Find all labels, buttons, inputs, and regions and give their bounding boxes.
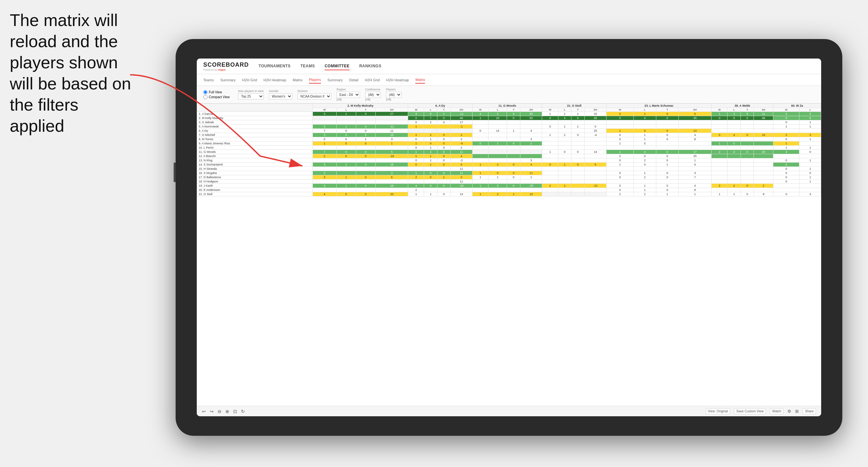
sub-w-4: W xyxy=(542,108,558,112)
conference-label: Conference xyxy=(365,88,381,91)
players-select[interactable]: (All) xyxy=(386,92,402,98)
header-player-3: 11. G Woods xyxy=(472,104,542,108)
zoom-out-button[interactable]: ⊖ xyxy=(218,409,221,414)
sub-t-4: T xyxy=(571,108,585,112)
players-filter: Players (All) (All) xyxy=(386,88,402,101)
sub-l-3: L xyxy=(489,108,507,112)
sub-t-2: T xyxy=(437,108,451,112)
sub-dif-1: Dif xyxy=(376,108,408,112)
sub-w-3: W xyxy=(472,108,488,112)
share-button[interactable]: Share xyxy=(803,408,816,414)
bottom-toolbar: ↩ ↪ ⊖ ⊕ ⊡ ↻ View: Original Save Custom V… xyxy=(197,406,821,416)
fit-button[interactable]: ⊡ xyxy=(233,409,237,414)
subnav-h2h-heatmap-2[interactable]: H2H Heatmap xyxy=(386,77,409,83)
players-label: Players xyxy=(386,88,402,91)
view-original-button[interactable]: View: Original xyxy=(706,408,731,414)
sub-dif-3: Dif xyxy=(520,108,542,112)
header-player-5: 23. L Marie Schumac xyxy=(607,104,712,108)
sub-t-6: T xyxy=(741,108,754,112)
sub-dif-2: Dif xyxy=(451,108,472,112)
sub-t-5: T xyxy=(656,108,678,112)
nav-rankings[interactable]: RANKINGS xyxy=(359,62,381,70)
sub-dif-5: Dif xyxy=(678,108,712,112)
annotation-arrow xyxy=(114,65,341,195)
sub-l-2: L xyxy=(424,108,437,112)
header-player-6: 38. A Webb xyxy=(712,104,773,108)
toolbar-icon-2: ⊞ xyxy=(795,409,799,414)
sub-l-7: L xyxy=(799,108,821,112)
sub-dif-6: Dif xyxy=(754,108,773,112)
watch-button[interactable]: Watch xyxy=(770,408,783,414)
subnav-detail[interactable]: Detail xyxy=(349,77,359,83)
toolbar-icon-1: ⚙ xyxy=(787,409,791,414)
refresh-button[interactable]: ↻ xyxy=(241,409,245,414)
redo-button[interactable]: ↪ xyxy=(210,409,214,414)
conference-filter: Conference (All) (All) xyxy=(365,88,381,101)
conference-select[interactable]: (All) xyxy=(365,92,381,98)
subnav-matrix-2[interactable]: Matrix xyxy=(415,76,425,84)
sub-l-4: L xyxy=(558,108,571,112)
sub-w-6: W xyxy=(712,108,727,112)
save-custom-view-button[interactable]: Save Custom View xyxy=(734,408,766,414)
sub-dif-4: Dif xyxy=(584,108,606,112)
sub-w-5: W xyxy=(607,108,634,112)
header-player-4: 21. O Stoll xyxy=(542,104,607,108)
sub-t-1: T xyxy=(356,108,375,112)
header-player-2: 6. A Dy xyxy=(408,104,472,108)
sub-w-2: W xyxy=(408,108,424,112)
subnav-h2h-grid-2[interactable]: H2H Grid xyxy=(365,77,380,83)
sub-l-6: L xyxy=(727,108,741,112)
annotation-text: The matrix will reload and the players s… xyxy=(10,10,131,136)
sub-l-5: L xyxy=(633,108,656,112)
sub-t-3: T xyxy=(507,108,520,112)
header-player-7: 60. W Za xyxy=(773,104,821,108)
zoom-in-button[interactable]: ⊕ xyxy=(225,409,229,414)
undo-button[interactable]: ↩ xyxy=(202,409,206,414)
sub-w-7: W xyxy=(773,108,799,112)
